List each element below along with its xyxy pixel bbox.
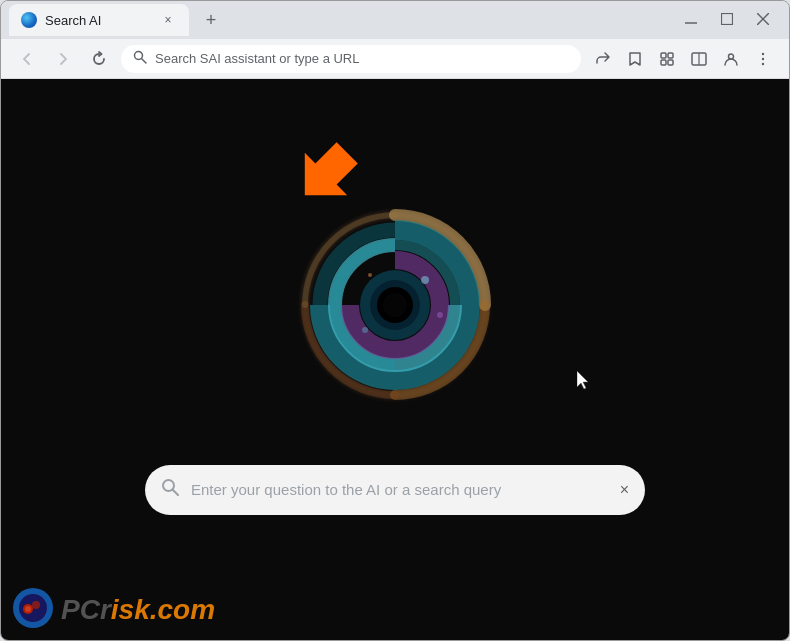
svg-point-32 bbox=[32, 601, 40, 609]
minimize-button[interactable] bbox=[681, 13, 701, 27]
bookmark-icon[interactable] bbox=[621, 45, 649, 73]
svg-point-26 bbox=[368, 273, 372, 277]
svg-rect-9 bbox=[668, 60, 673, 65]
window-controls bbox=[681, 13, 781, 28]
tab-title: Search AI bbox=[45, 13, 151, 28]
svg-rect-7 bbox=[668, 53, 673, 58]
svg-marker-17 bbox=[291, 139, 361, 209]
back-button[interactable] bbox=[13, 45, 41, 73]
svg-point-14 bbox=[762, 57, 764, 59]
split-view-icon[interactable] bbox=[685, 45, 713, 73]
address-bar[interactable]: Search SAI assistant or type a URL bbox=[121, 45, 581, 73]
address-placeholder: Search SAI assistant or type a URL bbox=[155, 51, 359, 66]
browser-tab[interactable]: Search AI × bbox=[9, 4, 189, 36]
svg-rect-6 bbox=[661, 53, 666, 58]
forward-button[interactable] bbox=[49, 45, 77, 73]
svg-point-15 bbox=[762, 62, 764, 64]
svg-rect-1 bbox=[722, 13, 733, 24]
svg-point-13 bbox=[762, 52, 764, 54]
maximize-button[interactable] bbox=[717, 13, 737, 28]
svg-point-23 bbox=[421, 276, 429, 284]
svg-line-28 bbox=[173, 490, 179, 496]
svg-point-31 bbox=[25, 606, 31, 612]
search-bar[interactable]: Enter your question to the AI or a searc… bbox=[145, 465, 645, 515]
watermark-text: PCrisk.com bbox=[61, 590, 215, 627]
svg-point-22 bbox=[383, 293, 407, 317]
address-bar-row: Search SAI assistant or type a URL bbox=[1, 39, 789, 79]
page-content: Enter your question to the AI or a searc… bbox=[1, 79, 789, 640]
address-actions bbox=[589, 45, 777, 73]
share-icon[interactable] bbox=[589, 45, 617, 73]
profile-icon[interactable] bbox=[717, 45, 745, 73]
svg-line-5 bbox=[142, 59, 147, 64]
tab-favicon bbox=[21, 12, 37, 28]
new-tab-button[interactable]: + bbox=[197, 6, 225, 34]
close-window-button[interactable] bbox=[753, 13, 773, 28]
svg-rect-8 bbox=[661, 60, 666, 65]
title-bar: Search AI × + bbox=[1, 1, 789, 39]
svg-point-24 bbox=[362, 327, 368, 333]
watermark-logo bbox=[13, 588, 53, 628]
mouse-cursor bbox=[577, 371, 589, 389]
watermark: PCrisk.com bbox=[13, 588, 215, 628]
svg-point-25 bbox=[437, 312, 443, 318]
browser-window: Search AI × + bbox=[0, 0, 790, 641]
logo-container bbox=[295, 205, 495, 405]
extensions-icon[interactable] bbox=[653, 45, 681, 73]
search-icon bbox=[161, 478, 179, 501]
address-search-icon bbox=[133, 50, 147, 67]
search-clear-button[interactable]: × bbox=[620, 481, 629, 499]
search-placeholder-text: Enter your question to the AI or a searc… bbox=[191, 481, 608, 498]
menu-icon[interactable] bbox=[749, 45, 777, 73]
tab-close-button[interactable]: × bbox=[159, 11, 177, 29]
refresh-button[interactable] bbox=[85, 45, 113, 73]
